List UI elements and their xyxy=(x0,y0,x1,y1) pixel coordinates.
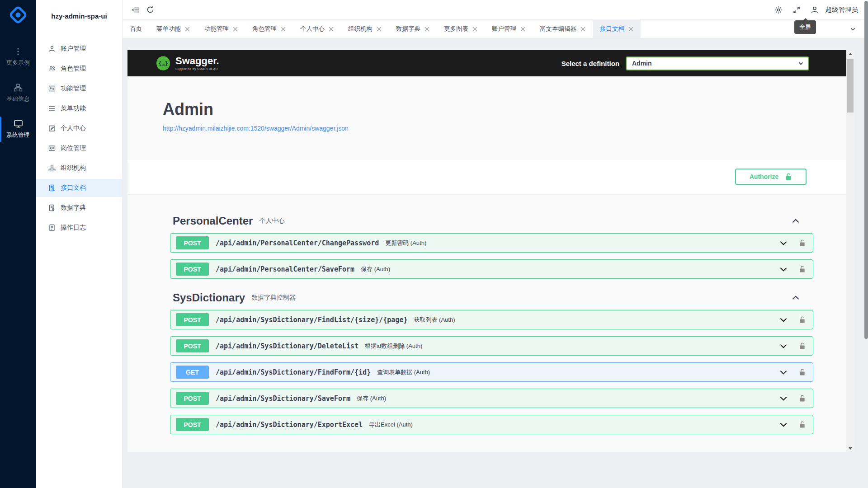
tab[interactable]: 更多图表 xyxy=(437,20,485,38)
tab-close-icon[interactable] xyxy=(580,27,585,32)
auth-lock-icon[interactable] xyxy=(799,239,806,247)
sidebar-item[interactable]: 角色管理 xyxy=(36,60,122,78)
tab[interactable]: 数据字典 xyxy=(389,20,437,38)
sidebar-item[interactable]: 功能管理 xyxy=(36,80,122,98)
rail-item[interactable]: 系统管理 xyxy=(0,111,36,147)
swagger-scrollbar-thumb[interactable] xyxy=(847,59,854,113)
swagger-scrollbar[interactable] xyxy=(846,50,854,452)
tab-close-icon[interactable] xyxy=(520,27,525,32)
tab[interactable]: 首页 xyxy=(123,20,149,38)
collapse-sidebar-icon[interactable] xyxy=(128,3,143,17)
tab[interactable]: 组织机构 xyxy=(341,20,389,38)
endpoint-row[interactable]: POST/api/admin/SysDictionary/FindList/{s… xyxy=(170,310,813,329)
endpoint-path: /api/admin/PersonalCenter/ChangePassword xyxy=(216,239,379,247)
api-tag-header[interactable]: SysDictionary数据字典控制器 xyxy=(170,291,813,310)
expand-endpoint-icon[interactable] xyxy=(778,420,788,430)
scroll-up-arrow-icon[interactable] xyxy=(846,50,854,57)
page-scrollbar[interactable] xyxy=(864,0,868,488)
refresh-icon[interactable] xyxy=(143,3,157,17)
tab[interactable]: 接口文档 xyxy=(593,20,641,38)
fullscreen-icon[interactable] xyxy=(789,3,804,17)
api-info: Admin http://hzyadmin.milaizhijie.com:15… xyxy=(127,76,854,132)
collapse-section-icon[interactable] xyxy=(791,216,801,226)
rail-item[interactable]: 基础信息 xyxy=(0,75,36,111)
sidebar-item[interactable]: 组织机构 xyxy=(36,159,122,177)
sidebar-item[interactable]: 岗位管理 xyxy=(36,139,122,157)
endpoint-row[interactable]: GET/api/admin/SysDictionary/FindForm/{id… xyxy=(170,362,813,382)
http-method-badge: POST xyxy=(176,236,209,249)
spec-url-link[interactable]: http://hzyadmin.milaizhijie.com:1520/swa… xyxy=(163,125,349,132)
tabbar: 首页菜单功能功能管理角色管理个人中心组织机构数据字典更多图表账户管理富文本编辑器… xyxy=(123,20,868,38)
tab[interactable]: 功能管理 xyxy=(197,20,245,38)
page-scrollbar-thumb[interactable] xyxy=(864,1,868,339)
tab-label: 组织机构 xyxy=(348,25,373,33)
tab[interactable]: 富文本编辑器 xyxy=(533,20,593,38)
endpoint-summary: 保存 (Auth) xyxy=(361,265,390,273)
tab-close-icon[interactable] xyxy=(472,27,477,32)
endpoint-row[interactable]: POST/api/admin/SysDictionary/SaveForm保存 … xyxy=(170,389,813,408)
collapse-section-icon[interactable] xyxy=(791,293,801,303)
tab-label: 菜单功能 xyxy=(156,25,181,33)
sidebar-item[interactable]: 菜单功能 xyxy=(36,99,122,117)
api-tag-header[interactable]: PersonalCenter个人中心 xyxy=(170,215,813,233)
expand-endpoint-icon[interactable] xyxy=(778,264,788,274)
endpoint-row[interactable]: POST/api/admin/PersonalCenter/ChangePass… xyxy=(170,233,813,253)
endpoint-row[interactable]: POST/api/admin/PersonalCenter/SaveForm保存… xyxy=(170,259,813,279)
tab-label: 功能管理 xyxy=(204,25,229,33)
auth-lock-icon[interactable] xyxy=(799,368,806,376)
tab[interactable]: 角色管理 xyxy=(245,20,293,38)
endpoint-summary: 更新密码 (Auth) xyxy=(385,239,426,247)
endpoint-path: /api/admin/SysDictionary/DeleteList xyxy=(216,342,359,350)
sidebar-item-label: 接口文档 xyxy=(61,184,86,192)
auth-lock-icon[interactable] xyxy=(799,394,806,402)
tab-close-icon[interactable] xyxy=(628,27,633,32)
authorize-button[interactable]: Authorize xyxy=(735,169,807,185)
tab[interactable]: 个人中心 xyxy=(293,20,341,38)
sidebar-item-label: 功能管理 xyxy=(61,84,86,93)
expand-endpoint-icon[interactable] xyxy=(778,341,788,351)
tag-description: 数据字典控制器 xyxy=(251,294,296,302)
auth-lock-icon[interactable] xyxy=(799,316,806,324)
swagger-logo[interactable]: {…} Swagger. Supported by SMARTBEAR xyxy=(156,56,219,71)
definition-select[interactable]: Admin xyxy=(626,56,809,70)
sidebar-item[interactable]: 账户管理 xyxy=(36,40,122,58)
feature-icon xyxy=(48,85,56,92)
tab-close-icon[interactable] xyxy=(233,27,238,32)
tab[interactable]: 菜单功能 xyxy=(149,20,197,38)
sidebar-item[interactable]: 数据字典 xyxy=(36,199,122,217)
svg-text:{…}: {…} xyxy=(158,61,168,67)
tab-close-icon[interactable] xyxy=(329,27,334,32)
settings-icon[interactable] xyxy=(771,3,786,17)
sidebar-item-label: 数据字典 xyxy=(61,204,86,212)
expand-endpoint-icon[interactable] xyxy=(778,315,788,325)
swagger-topbar: {…} Swagger. Supported by SMARTBEAR Sele… xyxy=(127,50,854,76)
http-method-badge: POST xyxy=(176,313,209,326)
tab-close-icon[interactable] xyxy=(185,27,190,32)
rail-item[interactable]: 更多示例 xyxy=(0,39,36,75)
sidebar-item[interactable]: 接口文档 xyxy=(36,179,122,197)
sidebar-item-label: 操作日志 xyxy=(61,224,86,232)
auth-lock-icon[interactable] xyxy=(799,342,806,350)
sidebar-item[interactable]: 操作日志 xyxy=(36,219,122,237)
endpoint-path: /api/admin/SysDictionary/FindList/{size}… xyxy=(216,316,407,324)
tab-close-icon[interactable] xyxy=(425,27,429,32)
endpoint-row[interactable]: POST/api/admin/SysDictionary/ExportExcel… xyxy=(170,415,813,434)
app-logo[interactable] xyxy=(0,0,36,30)
sidebar-item[interactable]: 个人中心 xyxy=(36,119,122,137)
tab-close-icon[interactable] xyxy=(281,27,286,32)
endpoint-row[interactable]: POST/api/admin/SysDictionary/DeleteList根… xyxy=(170,336,813,356)
user-icon[interactable] xyxy=(807,3,822,17)
scroll-down-arrow-icon[interactable] xyxy=(846,445,854,452)
swagger-brand-subtext: Supported by SMARTBEAR xyxy=(175,67,219,70)
auth-lock-icon[interactable] xyxy=(799,265,806,273)
expand-endpoint-icon[interactable] xyxy=(778,394,788,404)
tab-label: 角色管理 xyxy=(252,25,277,33)
tab-close-icon[interactable] xyxy=(377,27,382,32)
auth-lock-icon[interactable] xyxy=(799,421,806,428)
expand-endpoint-icon[interactable] xyxy=(778,367,788,377)
expand-endpoint-icon[interactable] xyxy=(778,238,788,248)
team-icon xyxy=(48,65,56,72)
tabs-overflow-button[interactable] xyxy=(849,20,856,38)
tab[interactable]: 账户管理 xyxy=(485,20,533,38)
current-user-name[interactable]: 超级管理员 xyxy=(826,5,859,14)
